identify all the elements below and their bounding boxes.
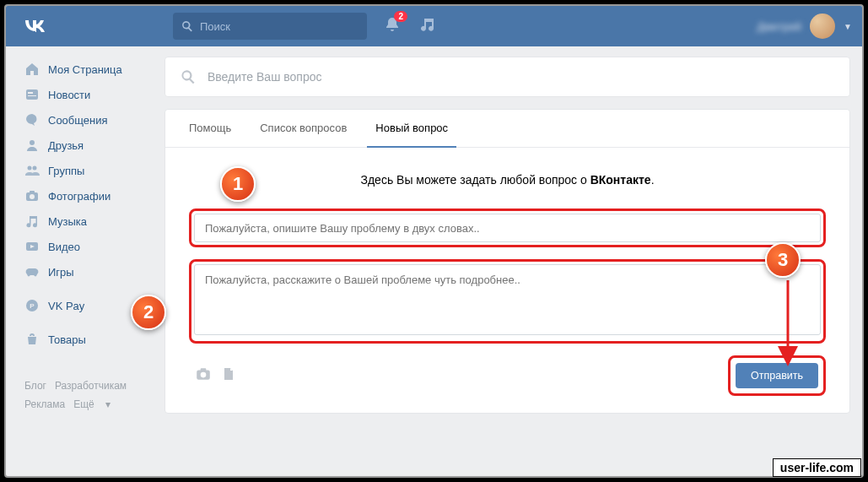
music-button[interactable] (419, 17, 434, 35)
nav-label: Друзья (48, 139, 84, 152)
sidebar: Моя Страница Новости Сообщения Друзья Гр… (18, 57, 153, 414)
annotation-marker-3: 3 (765, 242, 801, 278)
nav-label: Игры (48, 266, 74, 279)
footer-ads[interactable]: Реклама (24, 398, 65, 410)
top-header: Поиск 2 Дмитрий ▼ (6, 6, 862, 46)
footer-dev[interactable]: Разработчикам (55, 380, 127, 392)
tab-new-question[interactable]: Новый вопрос (367, 110, 456, 148)
nav-music[interactable]: Музыка (18, 209, 153, 234)
nav-groups[interactable]: Группы (18, 158, 153, 183)
vkpay-icon: P (24, 298, 40, 313)
svg-point-7 (30, 194, 35, 199)
nav-label: Товары (48, 333, 86, 346)
watermark: user-life.com (773, 458, 861, 477)
svg-point-3 (30, 140, 35, 145)
groups-icon (24, 163, 40, 178)
document-icon (221, 366, 236, 382)
nav-friends[interactable]: Друзья (18, 133, 153, 158)
friends-icon (24, 138, 40, 153)
svg-point-5 (33, 166, 37, 171)
nav-label: Видео (48, 241, 80, 253)
user-name: Дмитрий (757, 20, 801, 33)
camera-icon (24, 188, 40, 203)
attach-doc-button[interactable] (221, 366, 236, 386)
annotation-marker-2: 2 (131, 295, 166, 330)
search-placeholder: Поиск (200, 20, 230, 33)
nav-news[interactable]: Новости (18, 82, 153, 107)
nav-market[interactable]: Товары (18, 327, 153, 352)
market-icon (24, 332, 40, 347)
tab-help[interactable]: Помощь (181, 110, 240, 147)
nav-messages[interactable]: Сообщения (18, 107, 153, 133)
user-menu[interactable]: Дмитрий ▼ (757, 14, 852, 39)
nav-label: Моя Страница (48, 63, 122, 76)
footer-more[interactable]: Ещё ▾ (73, 398, 111, 410)
nav-games[interactable]: Игры (18, 259, 153, 284)
search-icon (181, 69, 196, 84)
svg-rect-14 (201, 368, 207, 371)
textarea-highlight (189, 259, 826, 344)
main-card: Помощь Список вопросов Новый вопрос Здес… (164, 109, 850, 414)
attach-photo-button[interactable] (194, 366, 213, 386)
nav-label: Группы (48, 165, 84, 177)
problem-short-input[interactable] (194, 214, 821, 242)
annotation-marker-1: 1 (220, 166, 256, 202)
footer-blog[interactable]: Блог (24, 380, 46, 392)
chevron-down-icon: ▼ (844, 22, 852, 31)
svg-rect-0 (26, 89, 38, 100)
avatar (810, 14, 835, 39)
tab-questions-list[interactable]: Список вопросов (251, 110, 355, 147)
svg-point-4 (28, 166, 32, 171)
tabs: Помощь Список вопросов Новый вопрос (165, 110, 849, 148)
short-input-highlight (189, 209, 826, 247)
nav-video[interactable]: Видео (18, 234, 153, 259)
home-icon (24, 62, 40, 77)
video-icon (24, 239, 40, 254)
notif-badge: 2 (394, 11, 407, 22)
nav-label: Музыка (48, 215, 87, 228)
camera-icon (194, 366, 213, 382)
svg-point-13 (201, 372, 207, 378)
svg-rect-1 (28, 92, 33, 94)
music-icon (24, 214, 40, 229)
question-search-placeholder: Введите Ваш вопрос (208, 70, 321, 84)
annotation-arrow (775, 276, 801, 369)
notifications-button[interactable]: 2 (384, 16, 401, 36)
vk-logo[interactable] (23, 17, 46, 35)
question-search[interactable]: Введите Ваш вопрос (164, 57, 850, 97)
games-icon (24, 264, 40, 279)
nav-my-page[interactable]: Моя Страница (18, 57, 153, 82)
nav-label: Сообщения (48, 114, 108, 127)
search-icon (181, 20, 193, 32)
nav-photos[interactable]: Фотографии (18, 183, 153, 209)
form-title: Здесь Вы можете задать любой вопрос о ВК… (189, 173, 826, 187)
header-search[interactable]: Поиск (173, 13, 367, 40)
music-icon (419, 17, 434, 32)
problem-details-textarea[interactable] (194, 264, 821, 335)
nav-label: Фотографии (48, 190, 111, 203)
svg-text:P: P (30, 302, 35, 310)
nav-label: Новости (48, 89, 90, 101)
messages-icon (24, 112, 40, 127)
svg-rect-2 (28, 95, 36, 96)
news-icon (24, 87, 40, 102)
nav-label: VK Pay (48, 300, 84, 312)
footer-links: БлогРазработчикам РекламаЕщё ▾ (18, 377, 153, 414)
svg-rect-8 (30, 191, 35, 193)
